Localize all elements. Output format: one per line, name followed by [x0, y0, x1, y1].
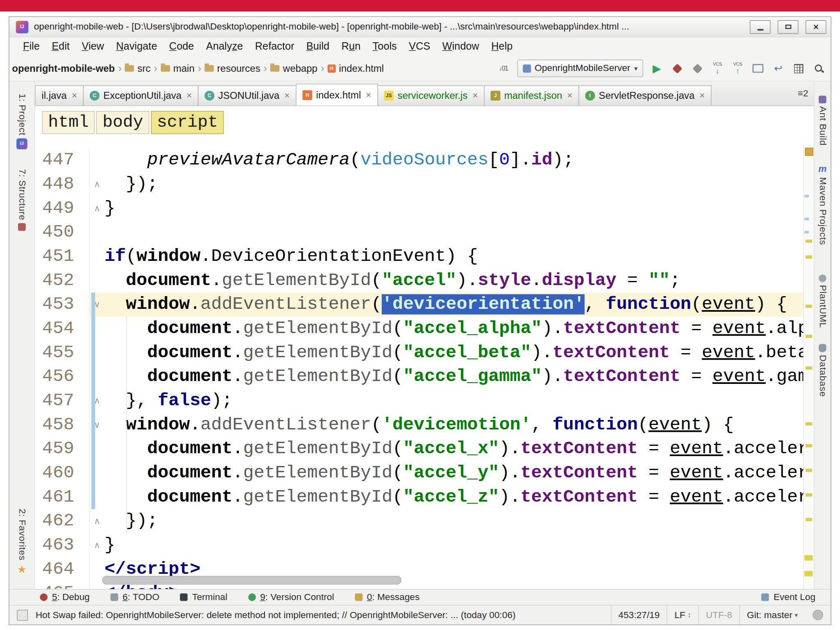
tab-index-html[interactable]: Hindex.html×: [296, 84, 378, 106]
hector-inspector-icon[interactable]: [813, 610, 823, 620]
tab-servletresponse-java[interactable]: IServletResponse.java×: [579, 85, 712, 105]
close-tab-icon[interactable]: ×: [366, 90, 371, 101]
editor-breadcrumb-body[interactable]: body: [96, 111, 149, 134]
fold-marker-icon[interactable]: ∧: [90, 533, 105, 557]
line-number[interactable]: 453: [35, 292, 89, 317]
horizontal-scrollbar[interactable]: [102, 576, 401, 584]
breadcrumb-item-main[interactable]: main: [160, 63, 196, 74]
menu-code[interactable]: Code: [163, 39, 200, 54]
shelve-changes-button[interactable]: [751, 61, 765, 75]
code-line-462[interactable]: 462∧ });: [35, 509, 804, 533]
code-line-448[interactable]: 448∧ });: [35, 172, 804, 196]
warning-stripe-mark[interactable]: [806, 256, 812, 259]
menu-edit[interactable]: Edit: [46, 39, 75, 54]
minimize-button[interactable]: [750, 20, 771, 34]
breadcrumb-item-resources[interactable]: resources: [203, 63, 261, 74]
toolwindow-button-maven-projects[interactable]: mMaven Projects: [817, 163, 828, 245]
toolwindow-button-5-debug[interactable]: 5: Debug: [40, 592, 89, 603]
tab-jsonutil-java[interactable]: CJSONUtil.java×: [198, 85, 297, 105]
line-number[interactable]: 451: [35, 244, 89, 269]
code-line-454[interactable]: 454 document.getElementById("accel_alpha…: [35, 317, 804, 341]
warning-stripe-mark[interactable]: [806, 240, 812, 243]
error-stripe[interactable]: [803, 144, 814, 589]
toolwindow-button-ant-build[interactable]: Ant Build: [817, 96, 828, 146]
toolwindow-button-9-version-control[interactable]: 9: Version Control: [248, 592, 334, 603]
code-line-458[interactable]: 458∨ window.addEventListener('devicemoti…: [35, 413, 804, 437]
caret-position-widget[interactable]: 453:27/19: [611, 605, 667, 625]
menu-tools[interactable]: Tools: [367, 39, 403, 54]
toolwindow-button-2-favorites[interactable]: 2: Favorites★: [16, 509, 27, 576]
line-number[interactable]: 456: [35, 365, 89, 389]
menu-refactor[interactable]: Refactor: [249, 39, 300, 54]
code-line-456[interactable]: 456 document.getElementById("accel_gamma…: [35, 365, 804, 389]
close-tab-icon[interactable]: ×: [567, 90, 573, 101]
close-button[interactable]: ×: [806, 20, 826, 34]
menu-build[interactable]: Build: [300, 39, 336, 54]
warning-stripe-mark[interactable]: [804, 218, 809, 221]
toolwindow-button-0-messages[interactable]: 0: Messages: [355, 592, 420, 603]
code-line-460[interactable]: 460 document.getElementById("accel_y").t…: [35, 461, 804, 485]
line-number[interactable]: 463: [35, 533, 89, 557]
toolwindow-button-7-structure[interactable]: 7: Structure: [16, 169, 27, 231]
hidden-tabs-button[interactable]: ≡2: [792, 88, 814, 99]
editor[interactable]: 447 previewAvatarCamera(videoSources[0].…: [35, 144, 814, 589]
line-number[interactable]: 458: [35, 413, 89, 437]
git-branch-widget[interactable]: Git: master ▾: [739, 605, 805, 625]
code-line-451[interactable]: 451if(window.DeviceOrientationEvent) {: [35, 244, 804, 269]
line-ending-widget[interactable]: LF ↕: [667, 605, 698, 625]
warning-stripe-mark[interactable]: [806, 469, 812, 472]
line-number[interactable]: 455: [35, 341, 89, 365]
toolwindow-button-1-project[interactable]: 1: ProjectIJ: [16, 94, 27, 149]
line-number[interactable]: 462: [35, 509, 89, 533]
vcs-update-button[interactable]: VCS↓: [711, 61, 724, 75]
close-tab-icon[interactable]: ×: [187, 90, 192, 101]
menu-analyze[interactable]: Analyze: [200, 39, 249, 54]
warning-stripe-mark[interactable]: [806, 305, 812, 308]
toolwindow-toggle-icon[interactable]: [17, 609, 28, 621]
encoding-widget[interactable]: UTF-8: [698, 605, 739, 625]
run-button[interactable]: ▶: [650, 61, 663, 75]
breadcrumb-item-src[interactable]: src: [124, 63, 152, 74]
warning-stripe-mark[interactable]: [804, 195, 809, 198]
title-bar[interactable]: IJ openright-mobile-web - [D:\Users\jbro…: [9, 17, 831, 37]
breadcrumb-item-webapp[interactable]: webapp: [269, 63, 318, 74]
toolwindows-layout-button[interactable]: [792, 61, 805, 75]
menu-navigate[interactable]: Navigate: [110, 39, 163, 54]
code-line-450[interactable]: 450: [35, 220, 804, 244]
line-number[interactable]: 448: [35, 172, 89, 196]
tab-manifest-json[interactable]: Jmanifest.json×: [484, 85, 579, 105]
close-tab-icon[interactable]: ×: [472, 90, 478, 101]
maximize-button[interactable]: [778, 20, 799, 34]
menu-help[interactable]: Help: [485, 39, 518, 54]
toolwindow-button-terminal[interactable]: Terminal: [180, 592, 227, 603]
inspection-status-icon[interactable]: [805, 148, 813, 156]
goto-line-icon[interactable]: ↓01: [497, 61, 510, 75]
warning-stripe-mark[interactable]: [806, 518, 812, 521]
warning-stripe-mark[interactable]: [806, 335, 812, 338]
code-line-463[interactable]: 463∧}: [35, 533, 804, 557]
code-line-453[interactable]: 453∨ window.addEventListener('deviceorie…: [35, 292, 804, 317]
vcs-commit-button[interactable]: VCS↑: [731, 61, 744, 75]
line-number[interactable]: 461: [35, 485, 89, 509]
warning-stripe-mark[interactable]: [804, 231, 809, 234]
menu-file[interactable]: File: [17, 39, 46, 54]
code-line-447[interactable]: 447 previewAvatarCamera(videoSources[0].…: [35, 148, 804, 172]
close-tab-icon[interactable]: ×: [72, 90, 77, 101]
code-line-457[interactable]: 457∧ }, false);: [35, 389, 804, 413]
code-line-459[interactable]: 459 document.getElementById("accel_x").t…: [35, 437, 804, 461]
warning-stripe-mark[interactable]: [806, 493, 812, 497]
warning-stripe-mark[interactable]: [806, 366, 812, 370]
line-number[interactable]: 460: [35, 461, 89, 485]
tab-serviceworker-js[interactable]: JSserviceworker.js×: [377, 85, 484, 105]
warning-stripe-mark[interactable]: [804, 571, 813, 576]
menu-window[interactable]: Window: [436, 39, 485, 54]
line-number[interactable]: 450: [35, 220, 89, 244]
toolwindow-button-plantuml[interactable]: PlantUML: [817, 274, 828, 328]
code-line-449[interactable]: 449∧}: [35, 196, 804, 221]
coverage-button[interactable]: [691, 61, 704, 75]
line-number[interactable]: 459: [35, 437, 89, 461]
breadcrumb-item-openright-mobile-web[interactable]: openright-mobile-web: [11, 63, 116, 74]
fold-marker-icon[interactable]: ∧: [90, 172, 105, 196]
editor-breadcrumb-script[interactable]: script: [151, 111, 224, 134]
code-line-461[interactable]: 461 document.getElementById("accel_z").t…: [35, 485, 804, 509]
